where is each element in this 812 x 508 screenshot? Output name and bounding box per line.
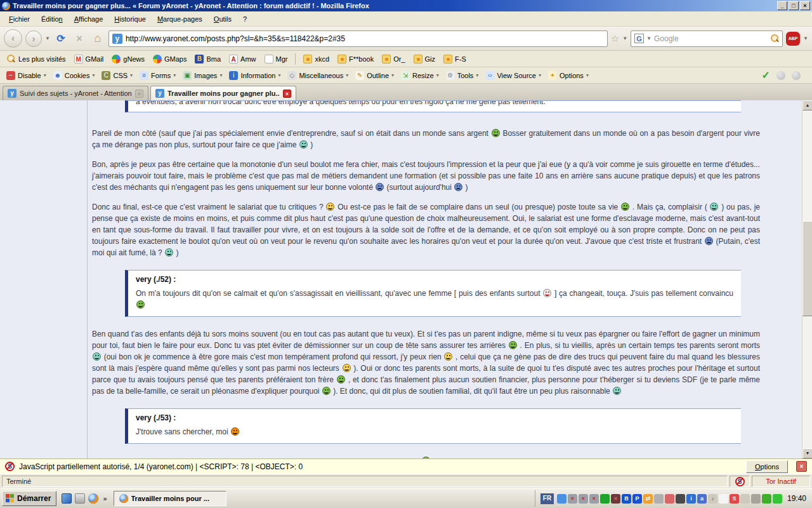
info-icon[interactable]: i bbox=[686, 494, 696, 504]
stop-button[interactable]: × bbox=[72, 33, 87, 44]
bookmark-fbook[interactable]: F**book bbox=[334, 53, 377, 65]
volume-icon[interactable]: ♪ bbox=[708, 494, 717, 504]
tab-close-icon[interactable]: × bbox=[283, 90, 291, 98]
notification-close-icon[interactable]: × bbox=[796, 461, 807, 472]
quick-launch-overflow-icon[interactable]: » bbox=[102, 495, 108, 502]
bookmark-gmail[interactable]: MGMail bbox=[71, 53, 107, 65]
home-button[interactable]: ⌂ bbox=[90, 32, 105, 45]
bookmark-or[interactable]: Or_ bbox=[379, 53, 408, 65]
devtool-tools[interactable]: ⚙Tools▾ bbox=[443, 70, 481, 81]
url-text[interactable]: http://www.yaronet.com/posts.php?sl=&h=3… bbox=[126, 34, 604, 43]
chevron-down-icon: ▾ bbox=[219, 72, 222, 78]
tab-close-icon[interactable]: × bbox=[135, 90, 143, 98]
network-disconnected-icon[interactable]: × bbox=[568, 494, 577, 504]
devtool-cookies[interactable]: ☻Cookies▾ bbox=[51, 70, 98, 81]
history-dropdown-icon[interactable]: ▼ bbox=[45, 36, 50, 41]
torrent-icon[interactable] bbox=[600, 494, 610, 504]
reload-button[interactable]: ⟳ bbox=[53, 32, 69, 44]
search-input[interactable]: Google bbox=[654, 34, 768, 43]
devtool-options[interactable]: ✦Options▾ bbox=[546, 70, 591, 81]
devtool-outline[interactable]: ✎Outline▾ bbox=[353, 70, 396, 81]
bookmark-amw[interactable]: AAmw bbox=[226, 53, 259, 65]
google-logo-icon[interactable]: G bbox=[634, 34, 644, 43]
search-bar[interactable]: G ▼ Google bbox=[631, 30, 783, 47]
menu-?[interactable]: ? bbox=[238, 13, 252, 25]
storage-device-icon[interactable] bbox=[751, 494, 761, 504]
maximize-button[interactable]: □ bbox=[789, 1, 799, 10]
language-indicator[interactable]: FR bbox=[540, 493, 554, 504]
title-bar: Travailler moins pour gagner plus... « F… bbox=[0, 0, 812, 11]
menu-outils[interactable]: Outils bbox=[209, 13, 237, 25]
scroll-up-icon[interactable]: ▲ bbox=[802, 100, 812, 110]
tor-status[interactable]: Tor Inactif bbox=[752, 476, 810, 487]
folder-icon bbox=[382, 55, 391, 64]
url-bar[interactable]: y http://www.yaronet.com/posts.php?sl=&h… bbox=[108, 30, 608, 47]
task-button-firefox[interactable]: Travailler moins pour ... bbox=[114, 491, 226, 506]
menu-affichage[interactable]: Affichage bbox=[69, 13, 108, 25]
scrollbar-thumb[interactable] bbox=[802, 221, 812, 316]
network-activity-icon[interactable] bbox=[557, 494, 566, 504]
menu-marque-pages[interactable]: Marque-pages bbox=[152, 13, 207, 25]
firefox-quick-launch-icon[interactable] bbox=[88, 493, 98, 504]
firefox-icon bbox=[119, 494, 128, 503]
menu-édition[interactable]: Édition bbox=[36, 13, 68, 25]
search-engine-dropdown-icon[interactable]: ▼ bbox=[646, 36, 652, 41]
bookmark-lesplusvisits[interactable]: Les plus visités bbox=[4, 53, 69, 65]
bookmark-bma[interactable]: BBma bbox=[192, 53, 224, 65]
sync-arrows-icon[interactable]: ⇄ bbox=[643, 494, 653, 504]
muted-device-icon[interactable]: × bbox=[611, 494, 620, 504]
devtool-forms[interactable]: ≡Forms▾ bbox=[137, 70, 178, 81]
quick-launch-icon[interactable] bbox=[75, 493, 85, 504]
devtool-information[interactable]: iInformation▾ bbox=[226, 70, 283, 81]
bookmark-gmaps[interactable]: GMaps bbox=[150, 53, 190, 65]
devtool-viewsource[interactable]: ‹›View Source▾ bbox=[483, 70, 544, 81]
close-button[interactable]: × bbox=[800, 1, 810, 10]
bookmark-star-icon[interactable]: ☆ bbox=[611, 33, 619, 44]
scroll-down-icon[interactable]: ▼ bbox=[802, 448, 812, 458]
mouse-icon[interactable] bbox=[740, 494, 750, 504]
bookmark-label: Giz bbox=[425, 55, 436, 63]
devtool-resize[interactable]: ⇲Resize▾ bbox=[398, 70, 442, 81]
noscript-options-button[interactable]: Options bbox=[746, 460, 788, 473]
bookmark-mgr[interactable]: Mgr bbox=[261, 53, 291, 65]
tab-0[interactable]: ySuivi des sujets - yAronet - Attention … bbox=[3, 86, 148, 100]
users-offline-icon[interactable] bbox=[665, 494, 674, 504]
vertical-scrollbar[interactable]: ▲ ▼ bbox=[802, 100, 812, 458]
adblock-plus-icon[interactable]: ABP bbox=[786, 32, 800, 46]
bookmark-xkcd[interactable]: xkcd bbox=[300, 53, 332, 65]
back-button[interactable]: ‹ bbox=[4, 29, 22, 48]
network-disconnected-icon[interactable]: × bbox=[589, 494, 599, 504]
folder-icon bbox=[443, 55, 452, 64]
bookmark-dropdown-icon[interactable]: ▼ bbox=[622, 36, 627, 41]
wifi-icon[interactable] bbox=[773, 494, 782, 504]
devtool-images[interactable]: ▣Images▾ bbox=[180, 70, 225, 81]
noscript-status-icon[interactable]: S bbox=[730, 476, 750, 487]
search-icon[interactable] bbox=[771, 34, 779, 43]
start-button[interactable]: Démarrer bbox=[2, 491, 56, 506]
devtool-disable[interactable]: −Disable▾ bbox=[4, 70, 49, 81]
parking-icon[interactable]: P bbox=[632, 494, 642, 504]
forward-button[interactable]: › bbox=[25, 30, 42, 47]
menu-historique[interactable]: Historique bbox=[109, 13, 151, 25]
camera-icon[interactable] bbox=[676, 494, 685, 504]
adblock-dropdown-icon[interactable]: ▼ bbox=[803, 36, 808, 41]
show-desktop-icon[interactable] bbox=[62, 493, 72, 504]
globe-offline-icon[interactable] bbox=[654, 494, 664, 504]
tab-1[interactable]: yTravailler moins pour gagner plu...× bbox=[150, 86, 296, 100]
forms-icon: ≡ bbox=[140, 71, 148, 80]
devtool-css[interactable]: CCSS▾ bbox=[99, 70, 135, 81]
messenger-bubble-icon[interactable] bbox=[719, 494, 728, 504]
s-red-icon[interactable]: S bbox=[730, 494, 739, 504]
nvidia-icon[interactable] bbox=[762, 494, 771, 504]
bookmark-label: F**book bbox=[349, 55, 374, 63]
bookmark-fs[interactable]: F-S bbox=[440, 53, 469, 65]
minimize-button[interactable]: _ bbox=[777, 1, 787, 10]
tab-label: Suivi des sujets - yAronet - Attention :… bbox=[20, 90, 132, 97]
bookmark-giz[interactable]: Giz bbox=[410, 53, 439, 65]
bookmark-gnews[interactable]: gNews bbox=[108, 53, 148, 65]
a-app-icon[interactable]: a bbox=[697, 494, 707, 504]
menu-fichier[interactable]: Fichier bbox=[4, 13, 35, 25]
devtool-miscellaneous[interactable]: ◇Miscellaneous▾ bbox=[285, 70, 351, 81]
network-disconnected-icon[interactable]: × bbox=[579, 494, 588, 504]
bluetooth-icon[interactable]: B bbox=[622, 494, 631, 504]
